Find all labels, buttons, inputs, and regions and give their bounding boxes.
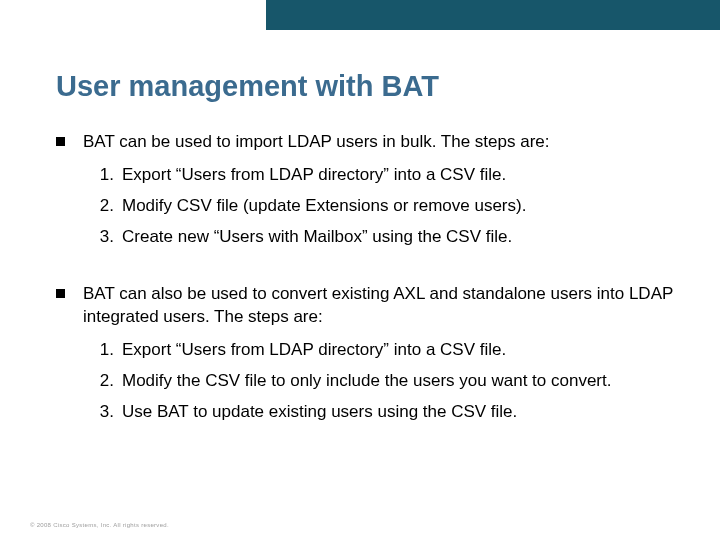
- lead-text: BAT can also be used to convert existing…: [83, 283, 680, 329]
- square-bullet-icon: [56, 137, 65, 146]
- bullet-block: BAT can also be used to convert existing…: [56, 283, 680, 424]
- step-item: 3. Use BAT to update existing users usin…: [90, 401, 680, 424]
- step-text: Modify the CSV file to only include the …: [122, 370, 680, 393]
- step-number: 1.: [90, 339, 114, 362]
- step-text: Create new “Users with Mailbox” using th…: [122, 226, 680, 249]
- decorative-top-bar: [266, 0, 720, 30]
- step-item: 3. Create new “Users with Mailbox” using…: [90, 226, 680, 249]
- steps-list: 1. Export “Users from LDAP directory” in…: [90, 339, 680, 424]
- lead-text: BAT can be used to import LDAP users in …: [83, 131, 680, 154]
- step-number: 3.: [90, 226, 114, 249]
- step-text: Modify CSV file (update Extensions or re…: [122, 195, 680, 218]
- step-item: 1. Export “Users from LDAP directory” in…: [90, 339, 680, 362]
- step-item: 2. Modify CSV file (update Extensions or…: [90, 195, 680, 218]
- step-text: Export “Users from LDAP directory” into …: [122, 164, 680, 187]
- step-number: 3.: [90, 401, 114, 424]
- step-number: 1.: [90, 164, 114, 187]
- step-text: Use BAT to update existing users using t…: [122, 401, 680, 424]
- step-number: 2.: [90, 370, 114, 393]
- steps-list: 1. Export “Users from LDAP directory” in…: [90, 164, 680, 249]
- step-item: 1. Export “Users from LDAP directory” in…: [90, 164, 680, 187]
- step-number: 2.: [90, 195, 114, 218]
- slide-title: User management with BAT: [56, 70, 680, 103]
- lead-row: BAT can be used to import LDAP users in …: [56, 131, 680, 154]
- step-item: 2. Modify the CSV file to only include t…: [90, 370, 680, 393]
- slide-content: User management with BAT BAT can be used…: [56, 70, 680, 457]
- copyright-footer: © 2008 Cisco Systems, Inc. All rights re…: [30, 522, 169, 528]
- bullet-block: BAT can be used to import LDAP users in …: [56, 131, 680, 249]
- square-bullet-icon: [56, 289, 65, 298]
- step-text: Export “Users from LDAP directory” into …: [122, 339, 680, 362]
- lead-row: BAT can also be used to convert existing…: [56, 283, 680, 329]
